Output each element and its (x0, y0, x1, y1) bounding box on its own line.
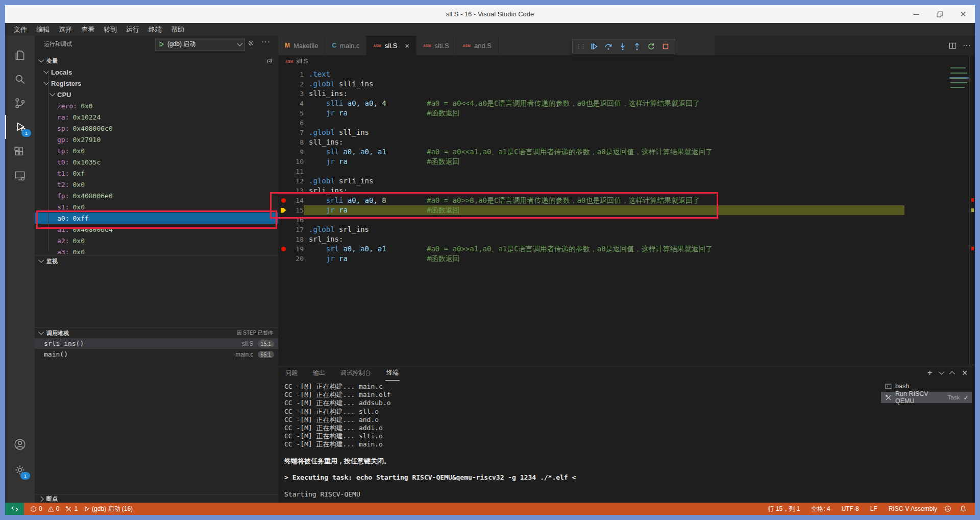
register-row-sp[interactable]: sp:0x408006c0 (35, 123, 278, 134)
gutter-cell[interactable] (278, 225, 288, 234)
register-row-gp[interactable]: gp:0x27910 (35, 134, 278, 145)
run-and-debug-icon[interactable]: 1 (5, 115, 36, 139)
more-actions-icon[interactable]: ··· (963, 41, 971, 50)
restore-icon[interactable] (928, 5, 951, 23)
more-actions-icon[interactable]: ··· (261, 37, 271, 45)
gutter-cell[interactable] (278, 176, 288, 186)
gutter-cell[interactable] (278, 108, 288, 118)
code-line-12[interactable]: 12.globl srli_ins (278, 176, 975, 186)
code-line-13[interactable]: 13srli_ins: (278, 186, 975, 196)
feedback-icon[interactable] (944, 505, 951, 512)
code-line-5[interactable]: 5 jr ra#函数返回 (278, 108, 975, 118)
problems-status[interactable]: 0 0 (30, 505, 59, 512)
code-editor[interactable]: 1.text2.globl slli_ins3slli_ins:4 slli a… (278, 67, 975, 367)
register-row-fp[interactable]: fp:0x408006e0 (35, 190, 278, 201)
register-row-t0[interactable]: t0:0x1035c (35, 156, 278, 168)
panel-tab-调试控制台[interactable]: 调试控制台 (339, 366, 372, 381)
search-icon[interactable] (5, 67, 35, 91)
panel-tab-输出[interactable]: 输出 (312, 366, 326, 381)
tab-slti.S[interactable]: ASMslti.S (416, 36, 456, 55)
code-line-17[interactable]: 17.globl srl_ins (278, 225, 975, 234)
step-into-button[interactable] (617, 40, 629, 53)
watch-section-header[interactable]: 监视 (35, 255, 278, 267)
breakpoint-dot[interactable] (278, 196, 288, 205)
register-row-a3[interactable]: a3:0x0 (35, 246, 278, 254)
code-line-14[interactable]: 14 srli a0, a0, 8#a0 = a0>>8,a0是C语言调用者传递… (278, 196, 975, 205)
gutter-cell[interactable] (278, 69, 288, 79)
remote-indicator[interactable] (5, 503, 24, 515)
code-line-9[interactable]: 9 sll a0, a0, a1#a0 = a0<<a1,a0、a1是C语言调用… (278, 147, 975, 157)
code-line-11[interactable]: 11 (278, 167, 975, 176)
register-row-ra[interactable]: ra:0x10224 (35, 111, 278, 123)
menu-item-运行[interactable]: 运行 (121, 24, 144, 35)
tab-Makefile[interactable]: MMakefile (278, 36, 325, 55)
collapse-all-icon[interactable] (266, 58, 273, 64)
gutter-cell[interactable] (278, 157, 288, 167)
stack-frame-main()[interactable]: main()main.c65:1 (35, 349, 278, 360)
register-row-t2[interactable]: t2:0x0 (35, 179, 278, 190)
panel-tab-问题[interactable]: 问题 (284, 366, 299, 381)
menu-item-选择[interactable]: 选择 (54, 24, 77, 35)
tree-group-Locals[interactable]: Locals (35, 66, 278, 78)
current-line-arrow-icon[interactable] (278, 205, 288, 215)
menu-item-查看[interactable]: 查看 (77, 24, 99, 35)
breakpoints-section-header[interactable]: 断点 (35, 494, 278, 503)
code-line-15[interactable]: 15 jr ra#函数返回 (278, 205, 975, 215)
step-over-button[interactable] (602, 40, 615, 53)
code-line-6[interactable]: 6 (278, 118, 975, 128)
code-line-20[interactable]: 20 jr ra#函数返回 (278, 254, 975, 264)
variables-section-header[interactable]: 变量 (35, 55, 278, 66)
gutter-cell[interactable] (278, 167, 288, 176)
status-item[interactable]: 空格: 4 (811, 505, 830, 513)
close-icon[interactable]: × (405, 41, 409, 50)
register-row-a0[interactable]: a0:0xff (35, 212, 278, 224)
tab-and.S[interactable]: ASMand.S (456, 36, 499, 55)
menu-item-编辑[interactable]: 编辑 (32, 24, 54, 35)
continue-button[interactable] (588, 40, 600, 53)
notifications-bell-icon[interactable] (960, 505, 967, 512)
stack-frame-srli_ins()[interactable]: srli_ins()sll.S15:1 (35, 338, 278, 349)
gutter-cell[interactable] (278, 215, 288, 225)
menu-item-文件[interactable]: 文件 (9, 24, 32, 35)
status-item[interactable]: UTF-8 (842, 505, 859, 512)
status-item[interactable]: 行 15，列 1 (768, 505, 800, 513)
panel-tab-终端[interactable]: 终端 (385, 365, 400, 381)
settings-gear-icon[interactable]: 1 (5, 458, 35, 482)
explorer-icon[interactable] (5, 43, 35, 67)
menu-item-转到[interactable]: 转到 (99, 24, 121, 35)
status-item[interactable]: RISC-V Assembly (889, 505, 937, 512)
debug-settings-gear-icon[interactable] (247, 39, 255, 47)
call-stack-section-header[interactable]: 调用堆栈 因 STEP 已暂停 (35, 327, 278, 339)
tree-group-CPU[interactable]: CPU (35, 89, 278, 100)
gutter-cell[interactable] (278, 234, 288, 244)
status-item[interactable]: LF (870, 505, 877, 512)
account-icon[interactable] (5, 432, 35, 456)
minimap[interactable] (949, 65, 969, 127)
gutter-cell[interactable] (278, 128, 288, 137)
running-tasks-status[interactable]: 1 (65, 505, 78, 512)
gutter-cell[interactable] (278, 186, 288, 196)
extensions-icon[interactable] (5, 140, 35, 164)
gutter-cell[interactable] (278, 147, 288, 157)
register-row-a1[interactable]: a1:0x408006e4 (35, 224, 278, 235)
close-icon[interactable]: ✕ (951, 5, 975, 23)
code-line-7[interactable]: 7.globl sll_ins (278, 128, 975, 137)
register-row-zero[interactable]: zero:0x0 (35, 100, 278, 111)
gutter-cell[interactable] (278, 89, 288, 99)
breakpoint-dot[interactable] (278, 244, 288, 254)
menu-item-帮助[interactable]: 帮助 (166, 24, 189, 35)
step-out-button[interactable] (631, 40, 643, 53)
tab-main.c[interactable]: Cmain.c (325, 36, 366, 55)
gutter-cell[interactable] (278, 99, 288, 108)
drag-grip-icon[interactable]: ⋮⋮ (576, 43, 585, 50)
code-line-19[interactable]: 19 srl a0, a0, a1#a0 = a0>>a1,a0、a1是C语言调… (278, 244, 975, 254)
tab-sll.S[interactable]: ASMsll.S× (366, 36, 416, 55)
terminal-session-Run RISCV-QEMU[interactable]: Run RISCV-QEMUTask✓ (881, 392, 972, 403)
code-line-10[interactable]: 10 jr ra#函数返回 (278, 157, 975, 167)
code-line-2[interactable]: 2.globl slli_ins (278, 79, 975, 89)
register-row-t1[interactable]: t1:0xf (35, 168, 278, 179)
breadcrumb[interactable]: ASM sll.S (278, 55, 975, 67)
register-row-s1[interactable]: s1:0x0 (35, 201, 278, 212)
gutter-cell[interactable] (278, 254, 288, 264)
stop-button[interactable] (659, 40, 672, 53)
